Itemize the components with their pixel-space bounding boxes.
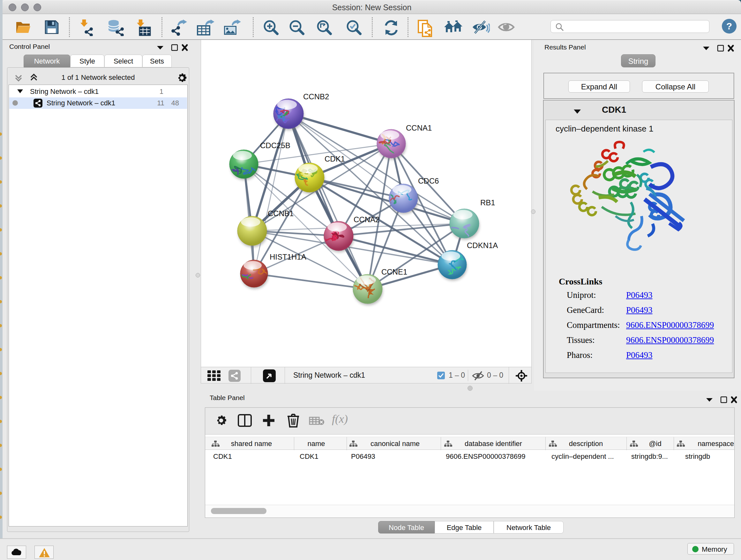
svg-text:CDK1: CDK1 [325,154,345,163]
svg-text:CDKN1A: CDKN1A [467,241,498,250]
svg-text:CCNA1: CCNA1 [406,124,432,132]
svg-text:CCNA2: CCNA2 [354,215,380,224]
svg-text:CDC25B: CDC25B [260,141,290,150]
svg-text:RB1: RB1 [480,198,495,207]
svg-text:HIST1H1A: HIST1H1A [270,253,307,261]
svg-text:CCNB2: CCNB2 [303,92,329,101]
svg-text:CCNE1: CCNE1 [381,267,407,276]
svg-text:CDC6: CDC6 [418,177,439,185]
svg-text:?: ? [726,21,732,31]
svg-text:CCNB1: CCNB1 [268,209,293,218]
